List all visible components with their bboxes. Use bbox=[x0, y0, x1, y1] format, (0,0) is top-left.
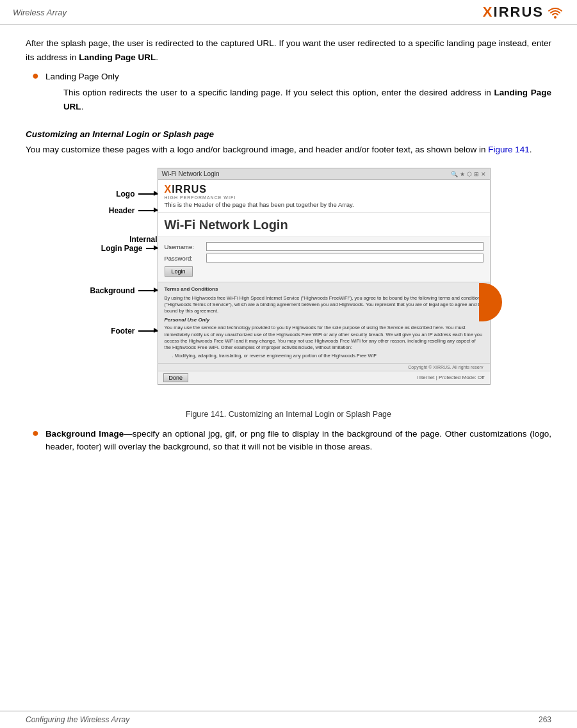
wifi-logo-x: X bbox=[165, 184, 172, 195]
figure-caption: Figure 141. Customizing an Internal Logi… bbox=[26, 410, 551, 419]
footer-left: Configuring the Wireless Array bbox=[26, 715, 129, 724]
browser-titlebar: Wi-Fi Network Login 🔍 ★ ⬡ ⊞ ✕ bbox=[158, 168, 490, 180]
wifi-header-text: This is the Header of the page that has … bbox=[165, 201, 484, 208]
footer-right: 263 bbox=[539, 715, 551, 724]
done-button[interactable]: Done bbox=[163, 373, 189, 382]
figure-link[interactable]: Figure 141 bbox=[488, 145, 530, 154]
password-input[interactable] bbox=[206, 254, 484, 263]
terms-subheading: Personal Use Only bbox=[165, 317, 484, 323]
svg-point-0 bbox=[554, 16, 557, 19]
browser-body: XIRRUS HIGH PERFORMANCE WIFI This is the… bbox=[158, 180, 490, 384]
page-title: Wireless Array bbox=[13, 8, 67, 17]
login-btn-wrapper: Login bbox=[165, 265, 484, 277]
figure-141-wrapper: Logo Header Internal Login Page Backgrou… bbox=[26, 168, 551, 405]
wifi-page-title: Wi-Fi Network Login bbox=[158, 213, 490, 237]
browser-screenshot: Wi-Fi Network Login 🔍 ★ ⬡ ⊞ ✕ bbox=[158, 168, 491, 384]
wifi-logo: XIRRUS HIGH PERFORMANCE WIFI bbox=[165, 184, 484, 200]
wifi-page-header: XIRRUS HIGH PERFORMANCE WIFI This is the… bbox=[158, 180, 490, 213]
username-row: Username: bbox=[165, 242, 484, 251]
logo-label: Logo bbox=[116, 190, 157, 198]
terms-heading: Terms and Conditions bbox=[165, 286, 484, 293]
wifi-logo-text: XIRRUS bbox=[165, 184, 207, 195]
bullet-bg-text: Background Image—specify an optional jpg… bbox=[45, 428, 551, 454]
wifi-logo-sub: HIGH PERFORMANCE WIFI bbox=[165, 195, 484, 200]
browser-window: Wi-Fi Network Login 🔍 ★ ⬡ ⊞ ✕ bbox=[158, 168, 491, 384]
bullet-sub-text: This option redirects the user to a spec… bbox=[63, 86, 551, 113]
bullet-background-image: ● Background Image—specify an optional j… bbox=[32, 428, 551, 454]
browser-status: Internet | Protected Mode: Off bbox=[417, 375, 484, 380]
bullet-label: Landing Page Only bbox=[45, 72, 119, 81]
xirrus-logo: XIRRUS bbox=[483, 4, 564, 20]
browser-footer-bar: Done Internet | Protected Mode: Off bbox=[158, 371, 490, 384]
password-label: Password: bbox=[165, 255, 206, 262]
footer-arrow bbox=[138, 330, 158, 332]
logo-x-letter: X bbox=[483, 4, 494, 20]
wifi-login-form: Username: Password: Login bbox=[158, 237, 490, 282]
main-content: After the splash page, the user is redir… bbox=[0, 25, 577, 485]
footer-label: Footer bbox=[111, 327, 157, 336]
terms-list-item: . Modifying, adapting, translating, or r… bbox=[172, 353, 484, 359]
orange-tab bbox=[479, 283, 502, 321]
username-label: Username: bbox=[165, 243, 206, 250]
internal-login-arrow bbox=[146, 248, 158, 249]
password-row: Password: bbox=[165, 254, 484, 263]
background-arrow bbox=[138, 290, 158, 291]
username-input[interactable] bbox=[206, 242, 484, 251]
wifi-terms-section: Terms and Conditions By using the Highwo… bbox=[158, 282, 490, 362]
bullet-dot-2: ● bbox=[32, 426, 39, 440]
wifi-copyright: Copyright © XIRRUS. All rights reserv bbox=[158, 363, 490, 371]
bullet-landing-page-only: ● Landing Page Only This option redirect… bbox=[32, 70, 551, 120]
header-label: Header bbox=[109, 206, 158, 215]
browser-title: Wi-Fi Network Login bbox=[162, 170, 451, 177]
browser-controls: 🔍 ★ ⬡ ⊞ ✕ bbox=[451, 171, 486, 177]
page-footer: Configuring the Wireless Array 263 bbox=[0, 711, 577, 728]
logo-text: XIRRUS bbox=[483, 4, 544, 20]
header-arrow bbox=[138, 210, 158, 211]
logo-arrow bbox=[138, 193, 158, 195]
background-label: Background bbox=[90, 286, 157, 295]
figure-labels: Logo Header Internal Login Page Backgrou… bbox=[87, 168, 158, 405]
section-heading: Customizing an Internal Login or Splash … bbox=[26, 129, 551, 139]
terms-body2: You may use the service and technology p… bbox=[165, 325, 484, 351]
section-body: You may customize these pages with a log… bbox=[26, 143, 551, 157]
wifi-signal-icon bbox=[546, 5, 564, 19]
login-button[interactable]: Login bbox=[165, 266, 193, 277]
intro-paragraph: After the splash page, the user is redir… bbox=[26, 36, 551, 64]
terms-body: By using the Highwoods free Wi-Fi High S… bbox=[165, 295, 484, 314]
page-header: Wireless Array XIRRUS bbox=[0, 0, 577, 25]
internal-login-label: Internal Login Page bbox=[101, 235, 158, 253]
bullet-dot: ● bbox=[32, 69, 39, 83]
